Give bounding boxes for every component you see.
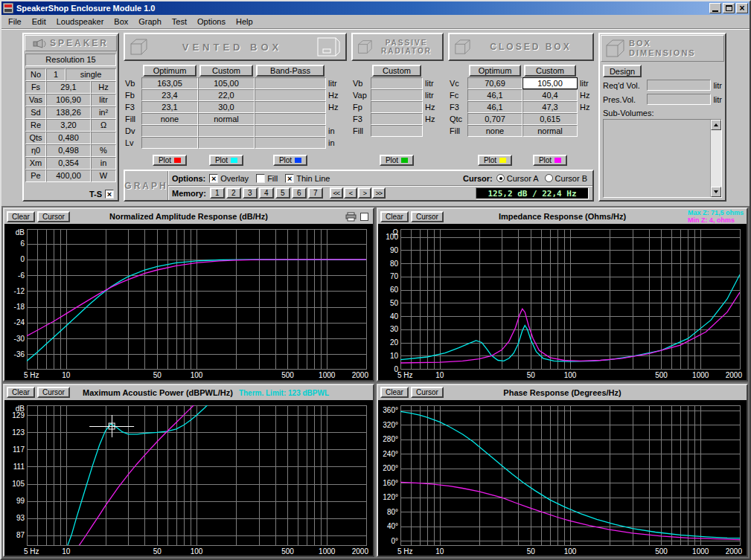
closed-value-cell[interactable]: 40,4: [522, 89, 578, 101]
chart-canvas-impedance[interactable]: 1009080706050403020100Ω5 Hz1050100500100…: [378, 224, 747, 380]
vented-optimum-button[interactable]: Optimum: [143, 65, 196, 77]
subvolumes-scrollbar[interactable]: [710, 120, 721, 197]
vented-value-cell[interactable]: [141, 137, 198, 149]
vented-custom-button[interactable]: Custom: [199, 65, 253, 77]
chart-plot[interactable]: 60-6-12-18-24-30-36dB5 Hz105010050010002…: [4, 224, 373, 380]
speaker-param-value[interactable]: 0,498: [46, 144, 91, 157]
menu-help[interactable]: Help: [231, 16, 258, 28]
radio-cursor-a[interactable]: Cursor A: [496, 174, 539, 183]
memory-button-6[interactable]: 6: [292, 187, 307, 199]
close-button[interactable]: [736, 3, 748, 13]
nav-back-button[interactable]: <: [344, 187, 357, 199]
speaker-param-value[interactable]: 0,354: [46, 157, 91, 170]
closed-plot-button[interactable]: Plot: [478, 155, 512, 166]
menu-box[interactable]: Box: [109, 16, 133, 28]
menu-loudspeaker[interactable]: Loudspeaker: [51, 16, 109, 28]
vented-value-cell[interactable]: 23,1: [141, 101, 198, 113]
speaker-param-value[interactable]: 3,20: [46, 119, 91, 132]
phase-clear-button[interactable]: Clear: [380, 387, 409, 398]
vented-bandpass-button[interactable]: Band-Pass: [256, 65, 325, 77]
menu-file[interactable]: File: [3, 16, 27, 28]
closed-optimum-button[interactable]: Optimum: [469, 65, 521, 77]
background-swatch-icon[interactable]: [360, 213, 368, 221]
memory-button-5[interactable]: 5: [275, 187, 290, 199]
memory-button-7[interactable]: 7: [308, 187, 323, 199]
vented-value-cell[interactable]: [255, 101, 326, 113]
passive-value-cell[interactable]: [371, 89, 423, 101]
vented-value-cell[interactable]: [255, 89, 326, 101]
phase-cursor-button[interactable]: Cursor: [411, 387, 444, 398]
memory-button-4[interactable]: 4: [259, 187, 274, 199]
scroll-up-button[interactable]: [711, 120, 721, 130]
vented-value-cell[interactable]: normal: [198, 113, 255, 125]
speaker-param-value[interactable]: 106,90: [46, 94, 91, 106]
maximize-button[interactable]: [723, 3, 735, 13]
app-icon[interactable]: [3, 3, 13, 13]
speaker-param-value[interactable]: 0,480: [46, 132, 91, 144]
pres-vol-field[interactable]: [647, 94, 711, 105]
vented-value-cell[interactable]: 22,0: [198, 89, 255, 101]
design-button[interactable]: Design: [603, 65, 642, 77]
chart-plot[interactable]: 129123117111105999387dB5 Hz1050100500100…: [4, 400, 373, 556]
closed-value-cell[interactable]: 46,1: [467, 101, 522, 113]
chart-canvas-amplitude[interactable]: 60-6-12-18-24-30-36dB5 Hz105010050010002…: [4, 224, 373, 380]
vented-plot-button[interactable]: Plot: [153, 155, 187, 166]
amplitude-clear-button[interactable]: Clear: [7, 211, 35, 222]
closed-value-cell[interactable]: 105,00: [522, 77, 578, 89]
memory-button-3[interactable]: 3: [243, 187, 258, 199]
closed-value-cell[interactable]: 0,707: [467, 113, 522, 125]
vented-value-cell[interactable]: none: [141, 113, 198, 125]
nav-last-button[interactable]: >>: [372, 187, 386, 199]
memory-button-2[interactable]: 2: [226, 187, 241, 199]
passive-plot-button[interactable]: Plot: [380, 155, 414, 166]
radio-cursor-b[interactable]: Cursor B: [545, 174, 587, 183]
nav-first-button[interactable]: <<: [330, 187, 343, 199]
vented-value-cell[interactable]: 105,00: [198, 77, 255, 89]
menu-test[interactable]: Test: [167, 16, 192, 28]
closed-value-cell[interactable]: 70,69: [467, 77, 522, 89]
power-clear-button[interactable]: Clear: [7, 387, 35, 398]
speaker-param-value[interactable]: 29,1: [46, 81, 91, 94]
resolution-display[interactable]: Resolution 15: [25, 54, 116, 66]
power-cursor-button[interactable]: Cursor: [37, 387, 70, 398]
checkbox-fill[interactable]: Fill: [256, 174, 278, 183]
nav-forward-button[interactable]: >: [358, 187, 371, 199]
ts-checkbox[interactable]: [105, 190, 114, 199]
vented-value-cell[interactable]: [141, 125, 198, 137]
passive-custom-button[interactable]: Custom: [372, 65, 421, 77]
vented-plot-button[interactable]: Plot: [209, 155, 243, 166]
closed-plot-button[interactable]: Plot: [533, 155, 567, 166]
print-icon[interactable]: [345, 212, 357, 222]
vented-value-cell[interactable]: [255, 77, 326, 89]
checkbox-overlay[interactable]: Overlay: [209, 174, 249, 183]
vented-value-cell[interactable]: [198, 137, 255, 149]
closed-value-cell[interactable]: 0,615: [522, 113, 578, 125]
vented-value-cell[interactable]: [255, 113, 326, 125]
menu-graph[interactable]: Graph: [133, 16, 167, 28]
closed-value-cell[interactable]: none: [467, 125, 522, 137]
impedance-cursor-button[interactable]: Cursor: [411, 211, 444, 222]
vented-value-cell[interactable]: [255, 137, 326, 149]
passive-value-cell[interactable]: [371, 125, 423, 137]
speaker-param-value[interactable]: 400,00: [46, 170, 91, 182]
closed-value-cell[interactable]: 47,3: [522, 101, 578, 113]
vented-value-cell[interactable]: 163,05: [141, 77, 198, 89]
closed-value-cell[interactable]: normal: [522, 125, 578, 137]
vented-value-cell[interactable]: 30,0: [198, 101, 255, 113]
minimize-button[interactable]: [709, 3, 721, 13]
vented-value-cell[interactable]: 23,4: [141, 89, 198, 101]
scroll-down-button[interactable]: [711, 187, 721, 197]
vented-value-cell[interactable]: [198, 125, 255, 137]
subvolumes-list[interactable]: [603, 119, 722, 198]
speaker-param-value[interactable]: 138,26: [46, 106, 91, 119]
chart-plot[interactable]: 360°320°280°240°200°160°120°80°40°0°5 Hz…: [378, 400, 747, 556]
impedance-clear-button[interactable]: Clear: [380, 211, 409, 222]
vented-value-cell[interactable]: [255, 125, 326, 137]
chart-canvas-power[interactable]: 129123117111105999387dB5 Hz1050100500100…: [4, 400, 373, 556]
memory-button-1[interactable]: 1: [210, 187, 225, 199]
closed-value-cell[interactable]: 46,1: [467, 89, 522, 101]
reqd-vol-field[interactable]: [647, 80, 711, 91]
chart-plot[interactable]: 1009080706050403020100Ω5 Hz1050100500100…: [378, 224, 747, 380]
vented-plot-button[interactable]: Plot: [273, 155, 307, 166]
menu-edit[interactable]: Edit: [27, 16, 51, 28]
